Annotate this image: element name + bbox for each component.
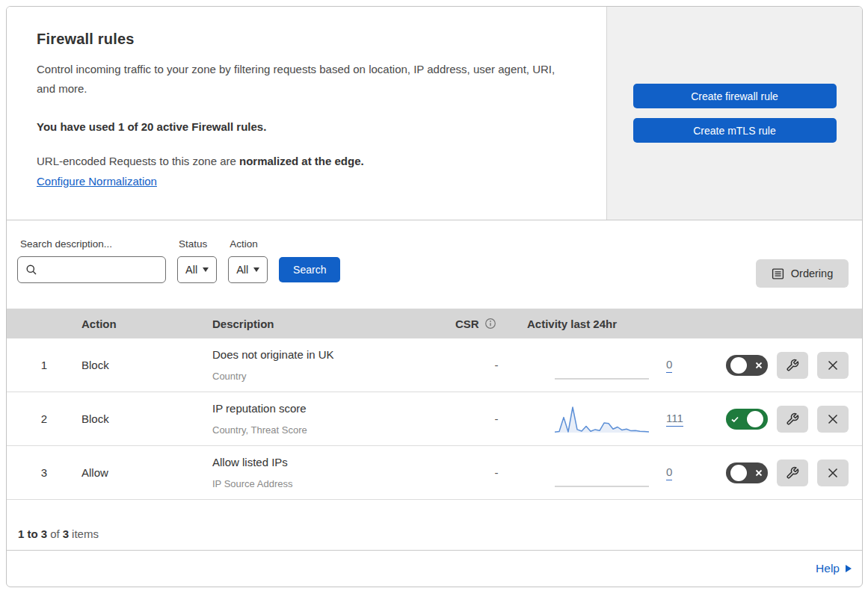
delete-rule-button[interactable] (817, 460, 849, 486)
rule-action: Block (81, 412, 212, 425)
normalization-note: URL-encoded Requests to this zone are no… (37, 152, 576, 170)
rule-fields: Country, Threat Score (212, 422, 440, 439)
overview-section: Firewall rules Control incoming traffic … (7, 7, 862, 220)
chevron-down-icon (253, 267, 259, 272)
rule-description: Does not originate in UK (212, 345, 440, 365)
overview-text-panel: Firewall rules Control incoming traffic … (7, 7, 606, 220)
activity-count-link[interactable]: 0 (666, 358, 672, 373)
column-csr: CSR (440, 318, 515, 330)
rule-description-cell: Allow listed IPs IP Source Address (212, 453, 440, 493)
filter-controls: Search description... Status All Action (17, 238, 849, 283)
toggle-knob (730, 357, 747, 374)
status-filter-group: Status All (177, 238, 217, 283)
search-icon (25, 264, 37, 276)
rule-enabled-toggle[interactable] (726, 462, 768, 483)
create-mtls-rule-button[interactable]: Create mTLS rule (633, 118, 837, 143)
table-row: 3 Allow Allow listed IPs IP Source Addre… (7, 446, 862, 500)
check-icon (730, 415, 739, 424)
usage-summary: You have used 1 of 20 active Firewall ru… (37, 120, 576, 133)
items-total: 3 (63, 527, 69, 540)
toggle-knob (730, 465, 747, 481)
search-group: Search description... (17, 238, 166, 283)
help-link[interactable]: Help (816, 562, 852, 575)
normalization-prefix: URL-encoded Requests to this zone are (37, 155, 239, 167)
of-label: of (50, 527, 60, 540)
column-activity: Activity last 24hr (515, 318, 695, 330)
rule-priority: 2 (7, 412, 81, 425)
rule-priority: 1 (7, 359, 81, 371)
x-icon (754, 468, 763, 477)
rule-fields: Country (212, 368, 440, 386)
rule-activity-cell: 0 (515, 458, 695, 488)
status-label: Status (179, 238, 217, 250)
table-row: 2 Block IP reputation score Country, Thr… (7, 392, 862, 446)
rule-action: Allow (81, 466, 212, 479)
rule-activity-cell: 0 (515, 350, 695, 380)
filter-bar: Search description... Status All Action (7, 220, 862, 309)
rule-csr-value: - (440, 412, 515, 425)
action-filter-group: Action All (228, 238, 268, 283)
create-firewall-rule-button[interactable]: Create firewall rule (633, 84, 837, 108)
rule-fields: IP Source Address (212, 476, 440, 493)
rule-controls (695, 352, 862, 379)
rule-description: Allow listed IPs (212, 453, 440, 472)
pagination-summary: 1 to 3 of 3 items (7, 500, 862, 551)
rule-enabled-toggle[interactable] (726, 409, 768, 430)
action-label: Action (230, 238, 268, 250)
rule-csr-value: - (440, 466, 515, 479)
delete-rule-button[interactable] (817, 406, 849, 433)
column-action: Action (81, 318, 212, 330)
close-icon (827, 359, 839, 371)
edit-rule-button[interactable] (777, 406, 808, 433)
wrench-icon (786, 466, 799, 480)
search-input[interactable] (43, 264, 165, 276)
help-bar: Help (7, 551, 862, 587)
ordering-button[interactable]: Ordering (756, 259, 849, 288)
activity-sparkline (554, 404, 650, 434)
help-link-label: Help (816, 562, 840, 575)
rule-activity-cell: 111 (515, 404, 695, 434)
chevron-down-icon (203, 267, 209, 272)
rule-description-cell: IP reputation score Country, Threat Scor… (212, 399, 440, 439)
actions-panel: Create firewall rule Create mTLS rule (606, 7, 862, 220)
activity-count-link[interactable]: 0 (666, 465, 672, 480)
search-button[interactable]: Search (279, 257, 340, 282)
configure-normalization-link[interactable]: Configure Normalization (37, 175, 157, 188)
activity-sparkline (554, 458, 650, 488)
column-csr-label: CSR (455, 318, 479, 330)
rule-csr-value: - (440, 359, 515, 371)
status-dropdown[interactable]: All (177, 256, 217, 283)
activity-sparkline (554, 350, 650, 380)
items-range: 1 to 3 (18, 527, 47, 540)
action-dropdown[interactable]: All (228, 256, 268, 283)
rule-enabled-toggle[interactable] (726, 355, 768, 376)
arrow-right-icon (846, 565, 852, 572)
search-box (17, 256, 166, 283)
wrench-icon (786, 359, 799, 372)
items-label: items (72, 527, 99, 540)
table-header: Action Description CSR Activity last 24h… (7, 309, 862, 338)
ordering-list-icon (772, 267, 784, 280)
edit-rule-button[interactable] (777, 460, 808, 486)
page-title: Firewall rules (37, 31, 576, 48)
info-icon[interactable] (484, 318, 496, 329)
ordering-button-label: Ordering (791, 267, 833, 279)
activity-count-link[interactable]: 111 (666, 412, 683, 427)
rule-description: IP reputation score (212, 399, 440, 418)
action-dropdown-value: All (236, 264, 248, 276)
toggle-knob (747, 411, 763, 427)
rule-controls (695, 406, 862, 433)
edit-rule-button[interactable] (777, 352, 808, 379)
rule-controls (695, 460, 862, 486)
close-icon (827, 467, 839, 479)
wrench-icon (786, 412, 799, 426)
close-icon (827, 413, 839, 425)
status-dropdown-value: All (185, 264, 197, 276)
delete-rule-button[interactable] (817, 352, 849, 379)
rule-priority: 3 (7, 466, 81, 479)
normalization-bold: normalized at the edge. (239, 155, 364, 167)
firewall-rules-card: Firewall rules Control incoming traffic … (6, 6, 863, 587)
search-label: Search description... (20, 238, 166, 250)
page-description: Control incoming traffic to your zone by… (37, 60, 576, 99)
column-description: Description (212, 318, 440, 330)
